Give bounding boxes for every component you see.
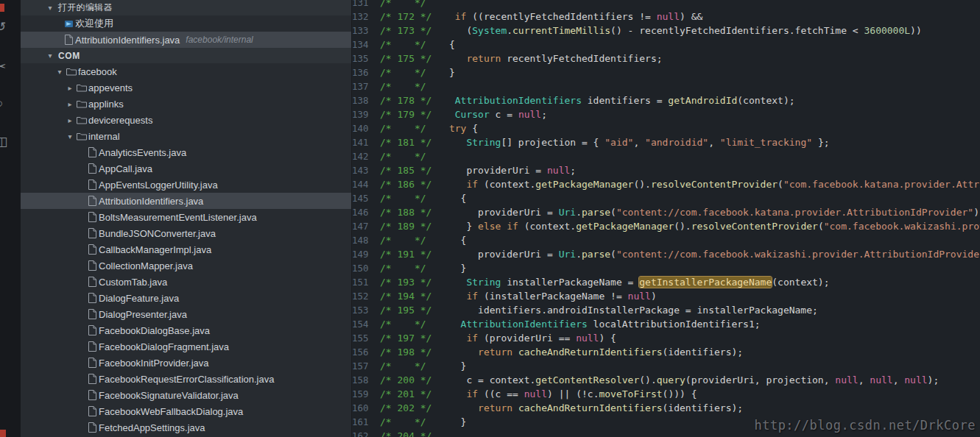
code-line[interactable]: 132/* 172 */ if ((recentlyFetchedIdentif…	[352, 10, 980, 24]
tree-item-label: AppCall.java	[99, 163, 152, 174]
file-icon	[85, 180, 99, 190]
code-line[interactable]: 139/* 179 */ Cursor c = null;	[352, 107, 980, 121]
tree-folder-internal[interactable]: ▾internal	[21, 128, 351, 144]
tree-folder-facebook[interactable]: ▾facebook	[21, 63, 351, 79]
code-line[interactable]: 158/* 200 */ c = context.getContentResol…	[352, 373, 980, 387]
code-line[interactable]: 134/* */ {	[352, 38, 980, 51]
code-line[interactable]: 144/* 186 */ if (context.getPackageManag…	[352, 177, 980, 191]
tree-file[interactable]: FacebookWebFallbackDialog.java	[21, 403, 351, 419]
code-line[interactable]: 142/* */	[352, 149, 980, 163]
open-editors-list: 欢迎使用AttributionIdentifiers.javafacebook/…	[21, 15, 351, 48]
tree-item-label: DialogPresenter.java	[99, 309, 187, 320]
split-editor-icon[interactable]: ◫	[0, 134, 7, 149]
code-line[interactable]: 137/* */	[352, 79, 980, 93]
code-line[interactable]: 151/* 193 */ String installerPackageName…	[352, 275, 980, 289]
code-line[interactable]: 143/* 185 */ providerUri = null;	[352, 163, 980, 177]
code-line[interactable]: 153/* 195 */ identifiers.androidInstalle…	[352, 303, 980, 317]
tree-item-label: FacebookDialogFragment.java	[99, 341, 229, 352]
code-line[interactable]: 147/* 189 */ } else if (context.getPacka…	[352, 219, 980, 233]
code-line[interactable]: 157/* */ }	[352, 359, 980, 373]
code-line[interactable]: 136/* */ }	[352, 65, 980, 79]
open-editor-item[interactable]: AttributionIdentifiers.javafacebook/inte…	[21, 32, 351, 48]
file-icon	[85, 374, 99, 384]
line-number: 139	[352, 107, 380, 121]
line-number: 140	[352, 121, 380, 135]
tree-file[interactable]: BundleJSONConverter.java	[21, 225, 351, 241]
code-text: /* 175 */ return recentlyFetchedIdentifi…	[380, 51, 980, 65]
line-number: 147	[352, 219, 380, 233]
welcome-icon	[62, 19, 75, 29]
code-line[interactable]: 131/* */	[352, 0, 980, 10]
chevron-right-icon: ▸	[65, 84, 75, 92]
code-area: 131/* */132/* 172 */ if ((recentlyFetche…	[352, 0, 980, 437]
line-number: 149	[352, 247, 380, 261]
file-icon	[85, 196, 99, 206]
code-line[interactable]: 140/* */ try {	[352, 121, 980, 135]
tree-file[interactable]: DialogFeature.java	[21, 290, 351, 306]
code-line[interactable]: 154/* */ AttributionIdentifiers localAtt…	[352, 317, 980, 331]
tree-file[interactable]: BoltsMeasurementEventListener.java	[21, 209, 351, 225]
tree-file[interactable]: CollectionMapper.java	[21, 257, 351, 274]
code-line[interactable]: 141/* 181 */ String[] projection = { "ai…	[352, 135, 980, 149]
tree-file[interactable]: FacebookInitProvider.java	[21, 355, 351, 371]
open-editors-header[interactable]: ▾ 打开的编辑器	[21, 0, 351, 15]
code-line[interactable]: 156/* 198 */ return cacheAndReturnIdenti…	[352, 345, 980, 359]
line-number: 156	[352, 345, 380, 359]
line-number: 157	[352, 359, 380, 373]
tree-folder-devicerequests[interactable]: ▸devicerequests	[21, 112, 351, 128]
tree-file[interactable]: DialogPresenter.java	[21, 306, 351, 322]
code-line[interactable]: 159/* 201 */ if ((c == null) || (!c.move…	[352, 387, 980, 401]
code-line[interactable]: 150/* */ }	[352, 261, 980, 275]
tree-item-label: BundleJSONConverter.java	[99, 228, 216, 239]
tree-folder-appevents[interactable]: ▸appevents	[21, 79, 351, 96]
code-line[interactable]: 149/* 191 */ providerUri = Uri.parse("co…	[352, 247, 980, 261]
tree-item-label: BoltsMeasurementEventListener.java	[99, 212, 257, 223]
tree-file[interactable]: AnalyticsEvents.java	[21, 144, 351, 160]
tree-file[interactable]: FetchedAppSettings.java	[21, 419, 351, 436]
tree-file[interactable]: CallbackManagerImpl.java	[21, 241, 351, 257]
code-line[interactable]: 148/* */ {	[352, 233, 980, 247]
tree-file[interactable]: AppEventsLoggerUtility.java	[21, 177, 351, 193]
line-number: 137	[352, 79, 380, 93]
folders-section-header[interactable]: ▾ COM	[21, 48, 351, 63]
line-number: 131	[352, 0, 380, 10]
circle-icon[interactable]: ○	[0, 96, 3, 111]
history-icon[interactable]: ↺	[0, 19, 6, 35]
tree-file[interactable]: AppCall.java	[21, 160, 351, 177]
tree-file[interactable]: FacebookDialogBase.java	[21, 322, 351, 338]
tree-folder-applinks[interactable]: ▸applinks	[21, 96, 351, 112]
scissors-icon[interactable]: ✂	[0, 59, 6, 74]
tree-item-label: AppEventsLoggerUtility.java	[99, 180, 218, 191]
chevron-down-icon: ▾	[65, 132, 75, 141]
tree-item-label: devicerequests	[88, 115, 152, 126]
code-line[interactable]: 152/* 194 */ if (installerPackageName !=…	[352, 289, 980, 303]
code-text: /* 191 */ providerUri = Uri.parse("conte…	[380, 247, 980, 261]
code-line[interactable]: 155/* 197 */ if (providerUri == null) {	[352, 331, 980, 345]
code-line[interactable]: 138/* 178 */ AttributionIdentifiers iden…	[352, 93, 980, 107]
tree-file[interactable]: FacebookRequestErrorClassification.java	[21, 371, 351, 387]
line-number: 155	[352, 331, 380, 345]
tree-item-label: applinks	[88, 99, 124, 110]
open-editor-item[interactable]: 欢迎使用	[21, 15, 351, 32]
code-line[interactable]: 162/* 204 */	[352, 429, 980, 437]
tree-file[interactable]: FacebookSignatureValidator.java	[21, 387, 351, 403]
code-line[interactable]: 133/* 173 */ (System.currentTimeMillis()…	[352, 24, 980, 38]
code-line[interactable]: 145/* */ {	[352, 191, 980, 205]
code-line[interactable]: 161/* */ }	[352, 415, 980, 429]
tree-item-label: FetchedAppSettings.java	[99, 422, 205, 433]
line-number: 148	[352, 233, 380, 247]
tree-file[interactable]: AttributionIdentifiers.java	[21, 193, 351, 209]
file-icon	[85, 390, 99, 400]
code-text: /* 194 */ if (installerPackageName != nu…	[380, 289, 980, 303]
code-text: /* 189 */ } else if (context.getPackageM…	[380, 219, 980, 233]
code-line[interactable]: 160/* 202 */ return cacheAndReturnIdenti…	[352, 401, 980, 415]
code-line[interactable]: 135/* 175 */ return recentlyFetchedIdent…	[352, 51, 980, 65]
code-line[interactable]: 146/* 188 */ providerUri = Uri.parse("co…	[352, 205, 980, 219]
tree-file[interactable]: CustomTab.java	[21, 274, 351, 290]
tree-file[interactable]: FacebookDialogFragment.java	[21, 338, 351, 355]
tree-item-label: CollectionMapper.java	[99, 260, 193, 271]
line-number: 142	[352, 149, 380, 163]
file-icon	[85, 358, 99, 368]
file-icon	[85, 309, 99, 319]
code-editor[interactable]: 131/* */132/* 172 */ if ((recentlyFetche…	[352, 0, 980, 437]
